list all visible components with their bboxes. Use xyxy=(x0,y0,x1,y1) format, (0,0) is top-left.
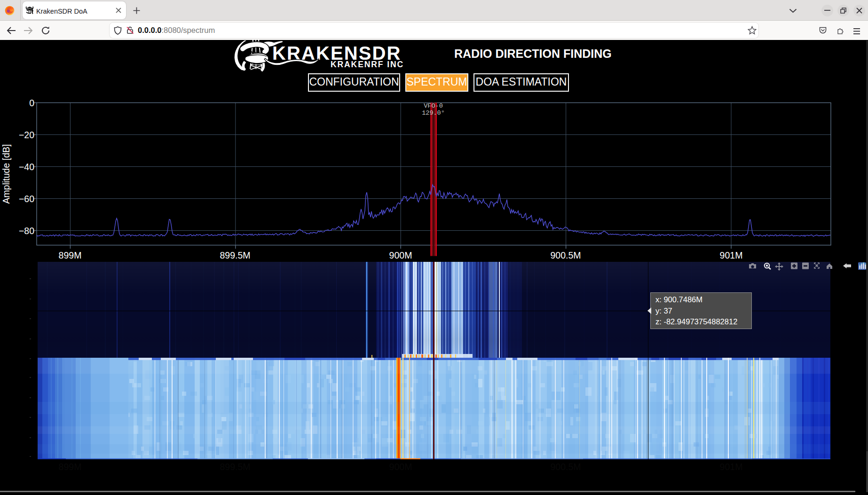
svg-text:899M: 899M xyxy=(59,462,82,472)
svg-text:−80: −80 xyxy=(19,226,34,236)
svg-text:900.5M: 900.5M xyxy=(550,250,581,260)
svg-text:900M: 900M xyxy=(389,462,412,472)
svg-text:899M: 899M xyxy=(59,250,82,260)
svg-text:0: 0 xyxy=(29,98,34,108)
svg-text:900M: 900M xyxy=(389,250,412,260)
svg-text:899.5M: 899.5M xyxy=(220,462,250,472)
svg-text:900.5M: 900.5M xyxy=(550,462,581,472)
svg-text:899.5M: 899.5M xyxy=(220,250,250,260)
svg-text:VFO-0: VFO-0 xyxy=(424,102,443,110)
svg-text:−60: −60 xyxy=(19,194,34,204)
svg-text:901M: 901M xyxy=(720,250,743,260)
svg-text:901M: 901M xyxy=(720,462,743,472)
svg-text:Amplitude [dB]: Amplitude [dB] xyxy=(1,144,11,204)
svg-text:129.0°: 129.0° xyxy=(422,110,445,117)
svg-text:−20: −20 xyxy=(19,130,34,140)
svg-text:−40: −40 xyxy=(19,162,34,172)
